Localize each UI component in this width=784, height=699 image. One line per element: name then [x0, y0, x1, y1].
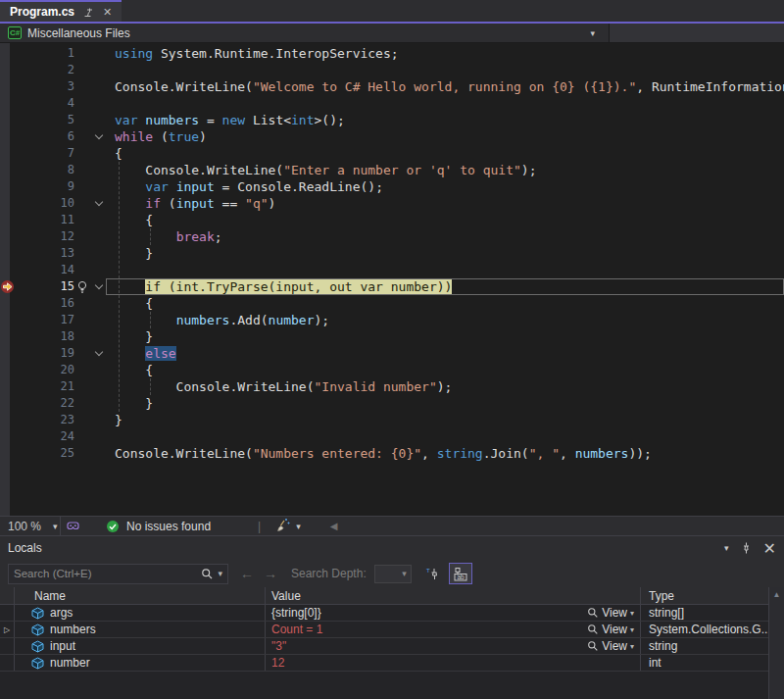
search-box[interactable]: ▾ — [8, 564, 228, 584]
fold-chevron-icon[interactable] — [95, 131, 103, 139]
grid-scrollbar[interactable]: ▲ — [768, 587, 784, 699]
locals-row-number[interactable]: number12int — [0, 655, 784, 672]
glyph-margin[interactable] — [0, 245, 16, 262]
code-line[interactable]: 17 numbers.Add(number); — [0, 312, 784, 328]
text-visualizer-button[interactable]: ab — [449, 563, 472, 584]
glyph-margin[interactable] — [0, 395, 16, 412]
glyph-margin[interactable] — [0, 45, 16, 62]
code-line[interactable]: 16 { — [0, 295, 784, 312]
line-number: 15 — [16, 278, 74, 295]
glyph-margin[interactable] — [0, 345, 16, 362]
fold-chevron-icon[interactable] — [95, 281, 103, 289]
code-line[interactable]: 2 — [0, 62, 784, 78]
variable-value-cell[interactable]: {string[0]}View▾ — [265, 605, 640, 621]
code-line[interactable]: 24 — [0, 428, 784, 445]
glyph-margin[interactable] — [0, 78, 16, 95]
zoom-dropdown[interactable]: 100 % ▾ — [0, 517, 61, 535]
pin-tab-icon[interactable] — [83, 7, 94, 18]
code-line[interactable]: 9 var input = Console.ReadLine(); — [0, 178, 784, 195]
scroll-up-icon[interactable]: ▲ — [773, 590, 781, 599]
project-dropdown[interactable]: C# Miscellaneous Files ▾ — [0, 24, 610, 42]
copilot-icon[interactable] — [66, 520, 80, 532]
window-position-icon[interactable]: ▾ — [724, 543, 729, 553]
code-line[interactable]: 19 else — [0, 345, 784, 362]
search-depth-combo[interactable]: ▾ — [374, 565, 412, 583]
close-tab-icon[interactable]: ✕ — [103, 7, 112, 18]
glyph-margin[interactable] — [0, 195, 16, 212]
fold-margin — [74, 412, 115, 428]
document-health[interactable]: No issues found — [106, 520, 211, 533]
close-panel-icon[interactable]: ✕ — [763, 539, 776, 558]
locals-row-input[interactable]: input"3"View▾string — [0, 638, 784, 655]
view-button[interactable]: View▾ — [587, 606, 634, 620]
code-editor[interactable]: 1using System.Runtime.InteropServices;23… — [0, 43, 784, 516]
member-dropdown[interactable] — [610, 24, 784, 42]
code-line[interactable]: 20 { — [0, 362, 784, 378]
variable-icon — [31, 640, 44, 653]
variable-type-cell: string[] — [640, 605, 768, 621]
code-cleanup-button[interactable]: ▾ — [274, 519, 301, 533]
code-line[interactable]: 23} — [0, 412, 784, 428]
code-line[interactable]: 6while (true) — [0, 128, 784, 145]
indent-guide — [150, 312, 151, 328]
view-label: View — [602, 606, 627, 620]
variable-value-cell[interactable]: 12 — [265, 655, 640, 671]
code-line[interactable]: 7{ — [0, 145, 784, 162]
glyph-margin[interactable] — [0, 128, 16, 145]
glyph-margin[interactable] — [0, 362, 16, 378]
fold-margin — [74, 395, 115, 412]
expander-icon[interactable]: ▷ — [0, 622, 15, 637]
code-line[interactable]: 3Console.WriteLine("Welcome to C# Hello … — [0, 78, 784, 95]
next-result-icon[interactable]: → — [264, 566, 277, 581]
code-line[interactable]: 8 Console.WriteLine("Enter a number or '… — [0, 162, 784, 178]
glyph-margin[interactable] — [0, 412, 16, 428]
code-line[interactable]: 14 — [0, 262, 784, 278]
variable-value-cell[interactable]: Count = 1View▾ — [265, 622, 640, 637]
code-line[interactable]: 22 } — [0, 395, 784, 412]
glyph-margin[interactable] — [0, 145, 16, 162]
locals-row-args[interactable]: args{string[0]}View▾string[] — [0, 605, 784, 622]
glyph-margin[interactable] — [0, 262, 16, 278]
glyph-margin[interactable] — [0, 228, 16, 245]
code-line[interactable]: 18 } — [0, 328, 784, 345]
code-line[interactable]: 25Console.WriteLine("Numbers entered: {0… — [0, 445, 784, 462]
glyph-margin[interactable] — [0, 295, 16, 312]
glyph-margin[interactable] — [0, 162, 16, 178]
code-line[interactable]: 21 Console.WriteLine("Invalid number"); — [0, 378, 784, 395]
glyph-margin[interactable] — [0, 62, 16, 78]
glyph-margin[interactable] — [0, 428, 16, 445]
code-line[interactable]: 5var numbers = new List<int>(); — [0, 112, 784, 128]
pin-panel-icon[interactable] — [741, 542, 752, 554]
glyph-margin[interactable] — [0, 112, 16, 128]
code-line[interactable]: 11 { — [0, 212, 784, 228]
breakpoint-glyph[interactable] — [0, 278, 16, 295]
code-line[interactable]: 13 } — [0, 245, 784, 262]
view-button[interactable]: View▾ — [587, 623, 634, 636]
fold-margin — [74, 378, 115, 395]
code-line[interactable]: 15 if (int.TryParse(input, out var numbe… — [0, 278, 784, 295]
fold-chevron-icon[interactable] — [95, 348, 103, 356]
glyph-margin[interactable] — [0, 95, 16, 112]
glyph-margin[interactable] — [0, 212, 16, 228]
locals-row-numbers[interactable]: ▷numbersCount = 1View▾System.Collections… — [0, 622, 784, 638]
column-header-type: Type — [640, 587, 768, 604]
variable-value-cell[interactable]: "3"View▾ — [265, 638, 640, 654]
tab-program-cs[interactable]: Program.cs ✕ — [0, 0, 122, 22]
view-button[interactable]: View▾ — [587, 639, 634, 653]
line-number: 18 — [16, 328, 74, 345]
code-line[interactable]: 12 break; — [0, 228, 784, 245]
code-line[interactable]: 10 if (input == "q") — [0, 195, 784, 212]
code-line[interactable]: 4 — [0, 95, 784, 112]
glyph-margin[interactable] — [0, 328, 16, 345]
search-options-icon[interactable]: ▾ — [218, 569, 222, 578]
fold-chevron-icon[interactable] — [95, 198, 103, 206]
glyph-margin[interactable] — [0, 178, 16, 195]
glyph-margin[interactable] — [0, 445, 16, 462]
previous-result-icon[interactable]: ← — [240, 566, 254, 581]
pin-values-button[interactable]: T — [421, 563, 445, 584]
glyph-margin[interactable] — [0, 378, 16, 395]
code-line[interactable]: 1using System.Runtime.InteropServices; — [0, 45, 784, 62]
search-input[interactable] — [14, 568, 201, 579]
glyph-margin[interactable] — [0, 312, 16, 328]
scroll-left-icon[interactable]: ◀ — [330, 521, 338, 531]
